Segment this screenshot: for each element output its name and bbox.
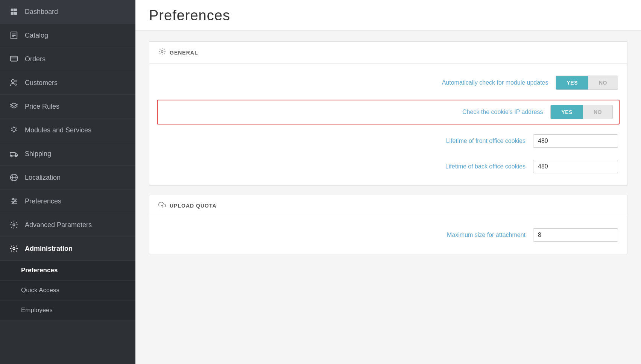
check-cookie-ip-no-btn[interactable]: NO xyxy=(583,105,612,119)
sidebar-subitem-quick-access[interactable]: Quick Access xyxy=(0,281,135,300)
check-cookie-ip-yes-btn[interactable]: YES xyxy=(551,105,583,119)
lifetime-back-cookies-label: Lifetime of back office cookies xyxy=(405,163,526,170)
sidebar-item-administration[interactable]: Administration xyxy=(0,237,135,261)
auto-check-updates-label: Automatically check for module updates xyxy=(428,79,548,86)
auto-check-updates-row: Automatically check for module updates Y… xyxy=(158,74,618,91)
sidebar-subitem-preferences[interactable]: Preferences xyxy=(0,261,135,281)
sidebar-subitem-preferences-label: Preferences xyxy=(21,267,58,274)
svg-point-18 xyxy=(13,247,15,250)
lifetime-front-cookies-label: Lifetime of front office cookies xyxy=(405,138,526,144)
general-card-body: Automatically check for module updates Y… xyxy=(149,64,627,185)
catalog-icon xyxy=(9,30,19,40)
sidebar-item-advanced-params-label: Advanced Parameters xyxy=(25,221,92,229)
page-title: Preferences xyxy=(149,8,627,24)
lifetime-front-cookies-row: Lifetime of front office cookies xyxy=(158,133,618,149)
auto-check-updates-yes-btn[interactable]: YES xyxy=(556,76,588,89)
general-card: GENERAL Automatically check for module u… xyxy=(149,41,627,186)
svg-rect-11 xyxy=(10,152,15,156)
svg-point-17 xyxy=(13,224,15,226)
sidebar-subitem-quick-access-label: Quick Access xyxy=(21,287,59,294)
orders-icon xyxy=(9,54,19,64)
sidebar-item-localization-label: Localization xyxy=(25,174,61,182)
lifetime-back-cookies-input[interactable] xyxy=(533,160,618,173)
svg-point-10 xyxy=(15,80,17,82)
sidebar-item-customers[interactable]: Customers xyxy=(0,71,135,95)
modules-icon xyxy=(9,125,19,135)
svg-rect-8 xyxy=(11,56,17,61)
auto-check-updates-no-btn[interactable]: NO xyxy=(588,76,618,89)
auto-check-updates-toggle[interactable]: YES NO xyxy=(556,76,618,90)
general-card-header: GENERAL xyxy=(149,42,627,64)
svg-point-12 xyxy=(11,156,12,157)
sidebar-item-dashboard-label: Dashboard xyxy=(25,8,58,16)
svg-rect-2 xyxy=(11,12,14,15)
content-area: GENERAL Automatically check for module u… xyxy=(135,31,641,265)
preferences-icon xyxy=(9,196,19,206)
sidebar-item-customers-label: Customers xyxy=(25,79,58,87)
dashboard-icon xyxy=(9,7,19,17)
sidebar: Dashboard Catalog Orders Customers Price… xyxy=(0,0,135,364)
sidebar-item-catalog-label: Catalog xyxy=(25,32,48,39)
sidebar-item-orders[interactable]: Orders xyxy=(0,47,135,71)
check-cookie-ip-row: Check the cookie's IP address YES NO xyxy=(157,100,620,124)
lifetime-front-cookies-input[interactable] xyxy=(533,134,618,148)
shipping-icon xyxy=(9,149,19,159)
sidebar-item-shipping[interactable]: Shipping xyxy=(0,142,135,166)
sidebar-item-price-rules[interactable]: Price Rules xyxy=(0,95,135,118)
svg-rect-1 xyxy=(14,9,17,11)
sidebar-item-advanced-params[interactable]: Advanced Parameters xyxy=(0,213,135,237)
upload-quota-card: UPLOAD QUOTA Maximum size for attachment xyxy=(149,195,627,254)
max-attachment-size-input[interactable] xyxy=(533,228,618,242)
page-header: Preferences xyxy=(135,0,641,31)
upload-quota-card-header: UPLOAD QUOTA xyxy=(149,195,627,216)
general-header-label: GENERAL xyxy=(170,50,198,56)
cloud-upload-icon xyxy=(158,201,166,210)
sidebar-item-shipping-label: Shipping xyxy=(25,150,51,158)
price-rules-icon xyxy=(9,102,19,111)
sidebar-item-modules-label: Modules and Services xyxy=(25,126,91,134)
svg-rect-0 xyxy=(11,9,14,11)
administration-icon xyxy=(9,244,19,253)
check-cookie-ip-label: Check the cookie's IP address xyxy=(422,109,543,115)
customers-icon xyxy=(9,78,19,88)
sidebar-item-price-rules-label: Price Rules xyxy=(25,103,59,111)
sidebar-subitem-employees[interactable]: Employees xyxy=(0,300,135,320)
svg-rect-3 xyxy=(14,12,17,15)
advanced-params-icon xyxy=(9,220,19,230)
general-gear-icon xyxy=(158,48,166,57)
sidebar-item-modules[interactable]: Modules and Services xyxy=(0,118,135,142)
svg-point-13 xyxy=(15,156,17,157)
svg-point-19 xyxy=(161,51,163,53)
sidebar-item-preferences-label: Preferences xyxy=(25,197,61,205)
sidebar-item-preferences[interactable]: Preferences xyxy=(0,190,135,213)
sidebar-item-dashboard[interactable]: Dashboard xyxy=(0,0,135,24)
upload-quota-card-body: Maximum size for attachment xyxy=(149,216,627,254)
lifetime-back-cookies-row: Lifetime of back office cookies xyxy=(158,158,618,175)
max-attachment-size-label: Maximum size for attachment xyxy=(405,232,526,238)
sidebar-subitem-employees-label: Employees xyxy=(21,306,53,314)
sidebar-item-catalog[interactable]: Catalog xyxy=(0,24,135,47)
svg-point-9 xyxy=(12,80,14,82)
max-attachment-size-row: Maximum size for attachment xyxy=(158,227,618,243)
check-cookie-ip-toggle[interactable]: YES NO xyxy=(550,105,613,119)
localization-icon xyxy=(9,173,19,182)
sidebar-item-localization[interactable]: Localization xyxy=(0,166,135,190)
upload-quota-header-label: UPLOAD QUOTA xyxy=(170,203,217,209)
sidebar-item-administration-label: Administration xyxy=(25,245,73,253)
sidebar-item-orders-label: Orders xyxy=(25,55,46,63)
main-content: Preferences GENERAL Automatically check … xyxy=(135,0,641,364)
